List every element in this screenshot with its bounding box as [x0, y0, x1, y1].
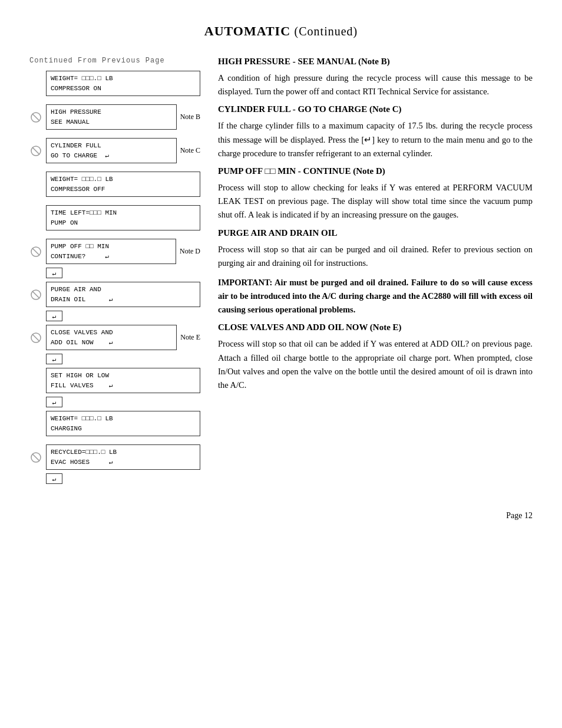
display-7-icon [29, 288, 42, 301]
display-5-icon-placeholder [29, 212, 42, 225]
svg-line-9 [32, 334, 39, 341]
connector-9: ↵ [46, 397, 200, 407]
section-purge-air-text: Process will stop so that air can be pur… [218, 243, 533, 270]
section-close-valves: CLOSE VALVES AND ADD OIL NOW (Note E) Pr… [218, 322, 533, 392]
svg-line-5 [32, 248, 39, 255]
section-purge-air-heading: PURGE AIR AND DRAIN OIL [218, 228, 533, 238]
display-9-lcd: SET HIGH OR LOWFILL VALVES ↵ [46, 368, 200, 393]
section-high-pressure-text: A condition of high pressure during the … [218, 71, 533, 98]
display-3-icon [29, 144, 42, 157]
section-close-valves-heading: CLOSE VALVES AND ADD OIL NOW (Note E) [218, 322, 533, 332]
section-pump-off-heading: PUMP OFF □□ MIN - CONTINUE (Note D) [218, 166, 533, 176]
continued-label: Continued From Previous Page [29, 57, 200, 65]
title-main: AUTOMATIC [204, 24, 290, 38]
display-11: RECYCLED=□□□.□ LBEVAC HOSES ↵ [29, 444, 200, 470]
display-5: TIME LEFT=□□□ MINPUMP ON [29, 205, 200, 230]
display-6: PUMP OFF □□ MINCONTINUE? ↵ Note D [29, 239, 200, 264]
section-pump-off-text: Process will stop to allow checking for … [218, 181, 533, 222]
connector-9-box: ↵ [46, 397, 62, 407]
display-1: WEIGHT= □□□.□ LBCOMPRESSOR ON [29, 71, 200, 96]
display-6-lcd: PUMP OFF □□ MINCONTINUE? ↵ [46, 239, 176, 264]
display-4: WEIGHT= □□□.□ LBCOMPRESSOR OFF [29, 172, 200, 197]
connector-8-box: ↵ [46, 354, 62, 364]
display-11-icon [29, 451, 42, 464]
display-1-icon-placeholder [29, 77, 42, 90]
display-4-lcd: WEIGHT= □□□.□ LBCOMPRESSOR OFF [46, 172, 200, 197]
display-8-note: Note E [180, 333, 200, 342]
section-purge-air-important: IMPORTANT: Air must be purged and oil dr… [218, 276, 533, 317]
connector-11: ↵ [46, 473, 200, 484]
display-6-note: Note D [180, 247, 200, 256]
section-pump-off: PUMP OFF □□ MIN - CONTINUE (Note D) Proc… [218, 166, 533, 222]
display-7-lcd: PURGE AIR ANDDRAIN OIL ↵ [46, 282, 200, 307]
left-column: Continued From Previous Page WEIGHT= □□□… [29, 57, 200, 487]
connector-8: ↵ [46, 354, 200, 364]
section-purge-air: PURGE AIR AND DRAIN OIL Process will sto… [218, 228, 533, 317]
right-column: HIGH PRESSURE - SEE MANUAL (Note B) A co… [218, 57, 533, 487]
display-2-note: Note B [180, 113, 200, 121]
display-3-lcd: CYLINDER FULLGO TO CHARGE ↵ [46, 138, 177, 163]
connector-11-box: ↵ [46, 473, 62, 484]
content-wrapper: Continued From Previous Page WEIGHT= □□□… [29, 57, 533, 487]
svg-line-11 [32, 454, 39, 461]
display-8: CLOSE VALVES ANDADD OIL NOW ↵ Note E [29, 325, 200, 350]
display-3: CYLINDER FULLGO TO CHARGE ↵ Note C [29, 138, 200, 163]
svg-line-1 [32, 114, 39, 121]
display-2-lcd: HIGH PRESSURESEE MANUAL [46, 104, 177, 130]
section-high-pressure-heading: HIGH PRESSURE - SEE MANUAL (Note B) [218, 57, 533, 67]
display-8-icon [29, 331, 42, 344]
display-2: HIGH PRESSURESEE MANUAL Note B [29, 104, 200, 130]
display-8-lcd: CLOSE VALVES ANDADD OIL NOW ↵ [46, 325, 177, 350]
display-9-icon-placeholder [29, 374, 42, 387]
section-cylinder-full-text: If the charge cylinder fills to a maximu… [218, 119, 533, 160]
section-cylinder-full: CYLINDER FULL - GO TO CHARGE (Note C) If… [218, 104, 533, 160]
display-1-lcd: WEIGHT= □□□.□ LBCOMPRESSOR ON [46, 71, 200, 96]
connector-6: ↵ [46, 268, 200, 278]
page-number: Page 12 [29, 511, 533, 521]
display-7: PURGE AIR ANDDRAIN OIL ↵ [29, 282, 200, 307]
display-10: WEIGHT= □□□.□ LBCHARGING [29, 411, 200, 436]
display-2-icon [29, 111, 42, 124]
display-11-lcd: RECYCLED=□□□.□ LBEVAC HOSES ↵ [46, 444, 200, 470]
display-4-icon-placeholder [29, 178, 42, 191]
connector-6-box: ↵ [46, 268, 62, 278]
display-3-note: Note C [180, 146, 200, 155]
section-high-pressure: HIGH PRESSURE - SEE MANUAL (Note B) A co… [218, 57, 533, 98]
connector-7-box: ↵ [46, 311, 62, 321]
svg-line-7 [32, 291, 39, 298]
section-cylinder-full-heading: CYLINDER FULL - GO TO CHARGE (Note C) [218, 104, 533, 114]
display-5-lcd: TIME LEFT=□□□ MINPUMP ON [46, 205, 200, 230]
display-10-lcd: WEIGHT= □□□.□ LBCHARGING [46, 411, 200, 436]
page-title: AUTOMATIC (Continued) [29, 24, 533, 39]
display-10-icon-placeholder [29, 417, 42, 430]
display-9: SET HIGH OR LOWFILL VALVES ↵ [29, 368, 200, 393]
connector-7: ↵ [46, 311, 200, 321]
title-subtitle: (Continued) [295, 25, 358, 38]
display-6-icon [29, 245, 42, 258]
section-close-valves-text: Process will stop so that oil can be add… [218, 337, 533, 392]
svg-line-3 [32, 147, 39, 154]
